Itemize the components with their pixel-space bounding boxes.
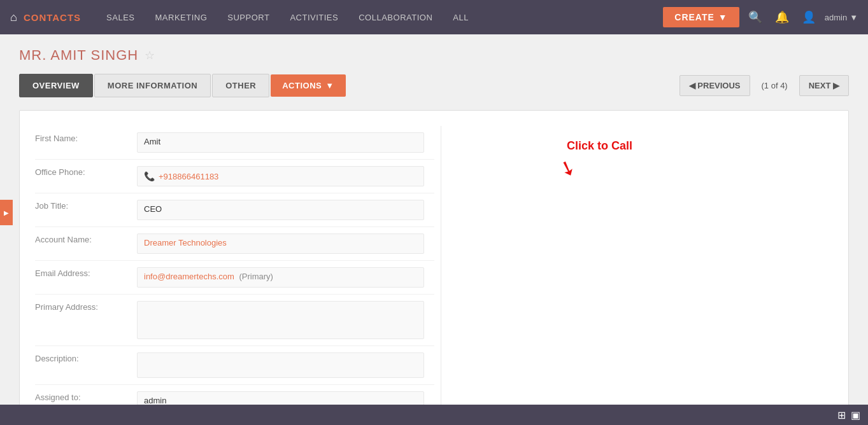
email-primary-note: (Primary) xyxy=(239,272,273,281)
previous-button[interactable]: ◀ PREVIOUS xyxy=(679,75,750,96)
email-value[interactable]: info@dreamertechs.com (Primary) xyxy=(137,267,424,288)
brand-label[interactable]: CONTACTS xyxy=(24,12,81,23)
firstname-value[interactable]: Amit xyxy=(137,132,424,153)
sidebar-toggle[interactable]: ▶ xyxy=(0,200,13,225)
create-dropdown-icon: ▼ xyxy=(718,12,728,22)
search-icon-button[interactable]: 🔍 xyxy=(744,6,766,28)
tab-more-information[interactable]: MORE INFORMATION xyxy=(94,74,211,97)
user-icon-button[interactable]: 👤 xyxy=(798,6,820,28)
create-label: CREATE xyxy=(674,12,715,22)
main-content: MR. AMIT SINGH ☆ OVERVIEW MORE INFORMATI… xyxy=(0,34,868,425)
form-row-primary-address: Primary Address: xyxy=(35,295,434,346)
bottom-icon-1[interactable]: ⊞ xyxy=(837,409,846,421)
form-row-email: Email Address: info@dreamertechs.com (Pr… xyxy=(35,261,434,295)
next-button[interactable]: NEXT ▶ xyxy=(799,75,849,96)
form-row-account-name: Account Name: Dreamer Technologies xyxy=(35,227,434,261)
actions-label: ACTIONS xyxy=(282,81,322,90)
pagination-controls: ◀ PREVIOUS (1 of 4) NEXT ▶ xyxy=(679,75,849,96)
top-navigation: ⌂ CONTACTS SALES MARKETING SUPPORT ACTIV… xyxy=(0,0,868,34)
record-title-row: MR. AMIT SINGH ☆ xyxy=(19,47,849,64)
tab-overview[interactable]: OVERVIEW xyxy=(19,74,93,97)
form-card: First Name: Amit Office Phone: 📞 +918866… xyxy=(19,110,849,425)
nav-item-activities[interactable]: ACTIVITIES xyxy=(280,0,348,34)
sidebar-toggle-icon: ▶ xyxy=(4,209,9,216)
nav-item-support[interactable]: SUPPORT xyxy=(217,0,280,34)
form-row-office-phone: Office Phone: 📞 +918866461183 xyxy=(35,160,434,193)
admin-dropdown-icon: ▼ xyxy=(850,13,858,22)
home-icon[interactable]: ⌂ xyxy=(10,11,17,24)
form-card-wrapper: Click to Call ➘ First Name: Amit Office … xyxy=(19,110,849,425)
description-value[interactable] xyxy=(137,352,424,378)
office-phone-value[interactable]: 📞 +918866461183 xyxy=(137,166,424,186)
office-phone-label: Office Phone: xyxy=(35,166,137,177)
tab-actions-button[interactable]: ACTIONS ▼ xyxy=(271,74,345,97)
office-phone-number: +918866461183 xyxy=(159,172,218,181)
form-row-job-title: Job Title: CEO xyxy=(35,193,434,227)
firstname-label: First Name: xyxy=(35,132,137,143)
nav-item-collaboration[interactable]: COLLABORATION xyxy=(348,0,443,34)
description-label: Description: xyxy=(35,352,137,363)
form-row-description: Description: xyxy=(35,346,434,385)
actions-dropdown-icon: ▼ xyxy=(325,81,334,90)
primary-address-value[interactable] xyxy=(137,301,424,339)
pagination-count: (1 of 4) xyxy=(754,76,795,95)
nav-item-all[interactable]: ALL xyxy=(443,0,479,34)
account-name-label: Account Name: xyxy=(35,233,137,244)
form-grid: First Name: Amit Office Phone: 📞 +918866… xyxy=(35,126,833,425)
tab-bar: OVERVIEW MORE INFORMATION OTHER ACTIONS … xyxy=(19,74,849,97)
primary-address-label: Primary Address: xyxy=(35,301,137,312)
column-divider xyxy=(441,126,441,418)
admin-menu[interactable]: admin ▼ xyxy=(825,13,858,22)
account-name-value[interactable]: Dreamer Technologies xyxy=(137,233,424,254)
nav-item-marketing[interactable]: MARKETING xyxy=(145,0,218,34)
favorite-star-icon[interactable]: ☆ xyxy=(145,48,155,62)
record-name: MR. AMIT SINGH xyxy=(19,47,138,64)
create-button[interactable]: CREATE ▼ xyxy=(663,7,739,27)
admin-name: admin xyxy=(825,13,847,22)
bottom-bar: ⊞ ▣ xyxy=(0,405,868,425)
nav-right: CREATE ▼ 🔍 🔔 👤 admin ▼ xyxy=(663,6,858,28)
nav-item-sales[interactable]: SALES xyxy=(96,0,145,34)
form-left-column: First Name: Amit Office Phone: 📞 +918866… xyxy=(35,126,434,418)
email-label: Email Address: xyxy=(35,267,137,278)
form-row-firstname: First Name: Amit xyxy=(35,126,434,160)
job-title-value[interactable]: CEO xyxy=(137,200,424,220)
assigned-to-label: Assigned to: xyxy=(35,391,137,402)
nav-items: SALES MARKETING SUPPORT ACTIVITIES COLLA… xyxy=(96,0,663,34)
notification-icon-button[interactable]: 🔔 xyxy=(771,6,793,28)
email-address: info@dreamertechs.com xyxy=(144,272,234,281)
job-title-label: Job Title: xyxy=(35,200,137,211)
phone-icon: 📞 xyxy=(144,171,155,181)
bottom-icon-2[interactable]: ▣ xyxy=(851,409,860,421)
tab-other[interactable]: OTHER xyxy=(212,74,269,97)
